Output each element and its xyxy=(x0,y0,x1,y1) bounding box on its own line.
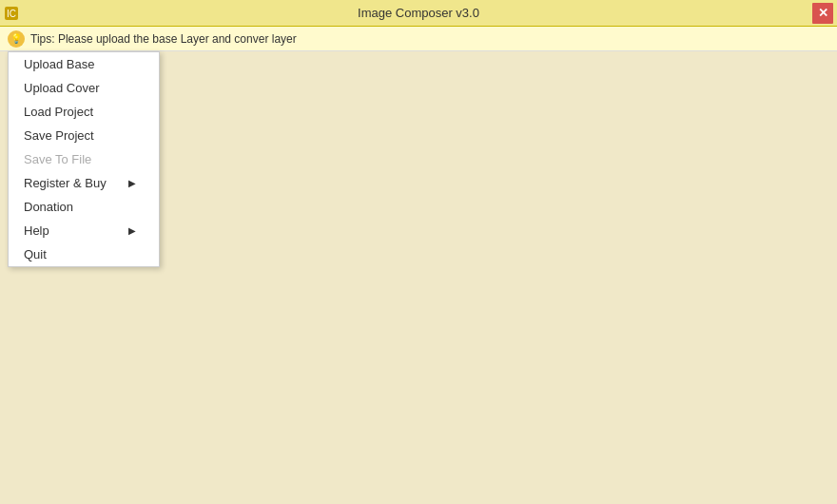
dropdown-menu: Upload BaseUpload CoverLoad ProjectSave … xyxy=(8,51,160,267)
menu-item-label-save-project: Save Project xyxy=(24,128,94,143)
menu-item-label-load-project: Load Project xyxy=(24,105,93,119)
menu-item-upload-base[interactable]: Upload Base xyxy=(9,52,159,76)
menu-item-register-buy[interactable]: Register & Buy▶ xyxy=(9,171,159,195)
window-title: Image Composer v3.0 xyxy=(358,6,479,20)
submenu-arrow-icon: ▶ xyxy=(128,225,136,236)
close-button[interactable]: ✕ xyxy=(812,3,833,24)
tips-text: Tips: Please upload the base Layer and c… xyxy=(30,32,297,46)
menu-item-label-help: Help xyxy=(24,223,49,238)
title-bar-left: IC xyxy=(4,6,19,21)
menu-item-upload-cover[interactable]: Upload Cover xyxy=(9,76,159,100)
svg-text:IC: IC xyxy=(7,9,16,19)
menu-item-donation[interactable]: Donation xyxy=(9,195,159,219)
tips-bar: 💡 Tips: Please upload the base Layer and… xyxy=(0,27,837,51)
title-bar: IC Image Composer v3.0 ✕ xyxy=(0,0,837,27)
submenu-arrow-icon: ▶ xyxy=(128,178,136,188)
menu-item-label-quit: Quit xyxy=(24,247,47,262)
tips-icon: 💡 xyxy=(8,30,25,48)
menu-item-save-to-file: Save To File xyxy=(9,147,159,171)
menu-item-save-project[interactable]: Save Project xyxy=(9,124,159,147)
menu-item-load-project[interactable]: Load Project xyxy=(9,100,159,124)
menu-item-quit[interactable]: Quit xyxy=(9,242,159,266)
menu-item-label-upload-base: Upload Base xyxy=(24,57,94,71)
menu-item-label-donation: Donation xyxy=(24,200,73,214)
menu-item-label-register-buy: Register & Buy xyxy=(24,176,107,190)
menu-item-label-upload-cover: Upload Cover xyxy=(24,81,100,95)
app-icon: IC xyxy=(4,6,19,21)
menu-item-help[interactable]: Help▶ xyxy=(9,219,159,242)
menu-item-label-save-to-file: Save To File xyxy=(24,152,91,166)
main-area: Upload BaseUpload CoverLoad ProjectSave … xyxy=(0,51,837,504)
